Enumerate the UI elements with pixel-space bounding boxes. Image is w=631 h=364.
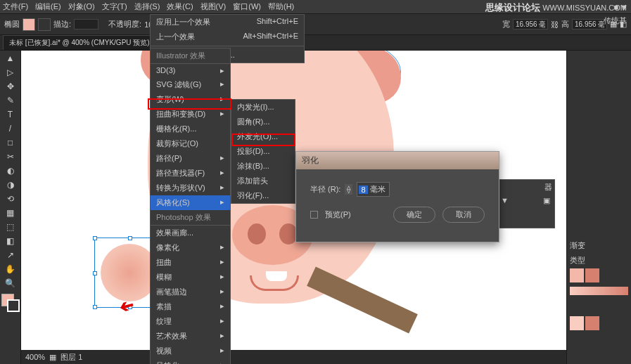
floating-panel[interactable]: 器 ▼ ▣ bbox=[496, 179, 555, 228]
menu-svg[interactable]: SVG 滤镜(G)▸ bbox=[151, 77, 230, 92]
scale-tool[interactable]: ◑ bbox=[2, 178, 19, 191]
menu-object[interactable]: 对象(O) bbox=[68, 1, 95, 12]
eyedropper-tool[interactable]: ↗ bbox=[2, 249, 19, 261]
menu-edit[interactable]: 编辑(E) bbox=[35, 1, 61, 12]
gradient-bar[interactable] bbox=[570, 287, 628, 295]
opacity-label: 不透明度: bbox=[108, 19, 141, 30]
panel-misc: ▼ bbox=[501, 196, 509, 205]
pen-tool[interactable]: ✎ bbox=[2, 94, 19, 107]
menu-header-ai: Illustrator 效果 bbox=[151, 48, 230, 64]
menu-texture[interactable]: 纹理▸ bbox=[151, 314, 230, 329]
menu-distort2[interactable]: 扭曲▸ bbox=[151, 255, 230, 270]
handle-tc[interactable] bbox=[128, 236, 132, 240]
pig-mouth bbox=[250, 275, 299, 291]
last-effect[interactable]: 上一个效果Alt+Shift+Ctrl+E bbox=[151, 30, 304, 44]
apply-last-effect[interactable]: 应用上一个效果Shift+Ctrl+E bbox=[151, 15, 304, 30]
doc-tabbar: 未标 [已恢复].ai* @ 400% (CMYK/GPU 预览) bbox=[0, 35, 631, 51]
menu-pathfinder[interactable]: 路径查找器(F)▸ bbox=[151, 166, 230, 181]
menu-sketch[interactable]: 素描▸ bbox=[151, 299, 230, 314]
menu-select[interactable]: 选择(S) bbox=[134, 1, 160, 12]
menu-video[interactable]: 视频▸ bbox=[151, 344, 230, 358]
radius-label: 半径 (R): bbox=[310, 184, 340, 195]
perspective-tool[interactable]: ◧ bbox=[2, 235, 19, 247]
menu-brush[interactable]: 画笔描边▸ bbox=[151, 285, 230, 299]
zoom-level[interactable]: 400% bbox=[25, 353, 45, 361]
direct-select-tool[interactable]: ▷ bbox=[2, 66, 19, 79]
preview-checkbox[interactable] bbox=[310, 211, 318, 219]
rect-tool[interactable]: □ bbox=[2, 136, 19, 149]
fill-swatch[interactable] bbox=[23, 18, 35, 31]
stroke-label: 描边: bbox=[53, 19, 71, 30]
rotate-tool[interactable]: ◐ bbox=[2, 164, 19, 177]
sub-scribble[interactable]: 涂抹(B)... bbox=[231, 159, 295, 174]
current-layer[interactable]: 图层 1 bbox=[60, 352, 82, 363]
fill-stroke-toggle[interactable] bbox=[1, 294, 20, 312]
handle-tl[interactable] bbox=[93, 236, 97, 240]
menu-crop[interactable]: 裁剪标记(O) bbox=[151, 136, 230, 151]
menu-gallery[interactable]: 效果画廊... bbox=[151, 226, 230, 240]
stroke-color-box[interactable] bbox=[7, 299, 20, 312]
sub-drop-shadow[interactable]: 投影(D)... bbox=[231, 144, 295, 159]
menu-distort[interactable]: 扭曲和变换(D)▸ bbox=[151, 107, 230, 122]
line-tool[interactable]: / bbox=[2, 122, 19, 135]
menu-blur[interactable]: 模糊▸ bbox=[151, 270, 230, 285]
swatch-4[interactable] bbox=[585, 316, 599, 330]
zoom-tool[interactable]: 🔍 bbox=[2, 277, 19, 290]
menu-convert[interactable]: 转换为形状(V)▸ bbox=[151, 181, 230, 195]
feather-dialog[interactable]: 羽化 半径 (R): ⟠ 8毫米 预览(P) 确定 取消 bbox=[295, 151, 499, 242]
sub-arrow[interactable]: 添加箭头 bbox=[231, 174, 295, 188]
type-tool[interactable]: T bbox=[2, 108, 19, 121]
swatch-1[interactable] bbox=[570, 268, 584, 282]
dialog-title: 羽化 bbox=[296, 152, 499, 169]
swatch-2[interactable] bbox=[585, 268, 599, 282]
handle-bl[interactable] bbox=[93, 305, 97, 309]
menu-pixelate[interactable]: 像素化▸ bbox=[151, 240, 230, 255]
ok-button[interactable]: 确定 bbox=[393, 207, 435, 223]
panel-tab[interactable]: 器 bbox=[497, 180, 554, 195]
menu-artistic[interactable]: 艺术效果▸ bbox=[151, 329, 230, 344]
menu-rasterize[interactable]: 栅格化(R)... bbox=[151, 122, 230, 136]
mesh-tool[interactable]: ▦ bbox=[2, 207, 19, 219]
panel-thumb-icon[interactable]: ▣ bbox=[543, 196, 550, 205]
shape-builder-tool[interactable]: ⬚ bbox=[2, 221, 19, 233]
menu-path[interactable]: 路径(P)▸ bbox=[151, 151, 230, 166]
stroke-weight[interactable] bbox=[74, 19, 98, 30]
gradient-type-label: 类型 bbox=[570, 255, 628, 266]
radius-input[interactable]: 8毫米 bbox=[357, 182, 389, 197]
nostril-left bbox=[248, 223, 266, 245]
handle-ml[interactable] bbox=[93, 271, 97, 275]
menu-effect[interactable]: 效果(C) bbox=[167, 1, 193, 12]
menu-type[interactable]: 文字(T) bbox=[102, 1, 127, 12]
sub-feather[interactable]: 羽化(F)... bbox=[231, 188, 295, 203]
sub-inner-glow[interactable]: 内发光(I)... bbox=[231, 100, 295, 115]
layer-nav-icon[interactable]: ▦ bbox=[49, 353, 56, 362]
scissors-tool[interactable]: ✂ bbox=[2, 150, 19, 163]
hand-tool[interactable]: ✋ bbox=[2, 263, 19, 275]
left-toolbar: ▲ ▷ ✥ ✎ T / □ ✂ ◐ ◑ ⟲ ▦ ⬚ ◧ ↗ ✋ 🔍 bbox=[0, 51, 21, 364]
pig-strap bbox=[307, 267, 418, 334]
menu-warp[interactable]: 变形(W)▸ bbox=[151, 92, 230, 107]
selection-type: 椭圆 bbox=[4, 19, 20, 30]
stroke-swatch[interactable] bbox=[38, 18, 51, 31]
effect-menu: Illustrator 效果 3D(3)▸ SVG 滤镜(G)▸ 变形(W)▸ … bbox=[150, 48, 231, 364]
watermark: 思缘设计论坛 WWW.MISSYUAN.COM 传统基 bbox=[485, 1, 627, 26]
menu-window[interactable]: 窗口(W) bbox=[233, 1, 261, 12]
doc-tab[interactable]: 未标 [已恢复].ai* @ 400% (CMYK/GPU 预览) bbox=[3, 35, 156, 50]
wand-tool[interactable]: ✥ bbox=[2, 80, 19, 93]
menu-3d[interactable]: 3D(3)▸ bbox=[151, 64, 230, 77]
swatch-3[interactable] bbox=[570, 316, 584, 330]
stepper-icon[interactable]: ⟠ bbox=[345, 184, 352, 195]
cancel-button[interactable]: 取消 bbox=[442, 207, 485, 223]
menu-view[interactable]: 视图(V) bbox=[200, 1, 227, 12]
stylize-submenu: 内发光(I)... 圆角(R)... 外发光(O)... 投影(D)... 涂抹… bbox=[231, 99, 295, 204]
menu-stylize2[interactable]: 风格化▸ bbox=[151, 358, 230, 364]
width-tool[interactable]: ⟲ bbox=[2, 193, 19, 205]
menu-help[interactable]: 帮助(H) bbox=[268, 1, 294, 12]
sub-outer-glow[interactable]: 外发光(O)... bbox=[231, 129, 295, 144]
select-tool[interactable]: ▲ bbox=[2, 52, 19, 65]
gradient-panel-title[interactable]: 渐变 bbox=[570, 240, 628, 251]
right-panels: 渐变 类型 bbox=[566, 51, 631, 364]
menu-file[interactable]: 文件(F) bbox=[3, 1, 28, 12]
sub-round[interactable]: 圆角(R)... bbox=[231, 115, 295, 129]
menu-stylize[interactable]: 风格化(S)▸ bbox=[151, 195, 230, 210]
